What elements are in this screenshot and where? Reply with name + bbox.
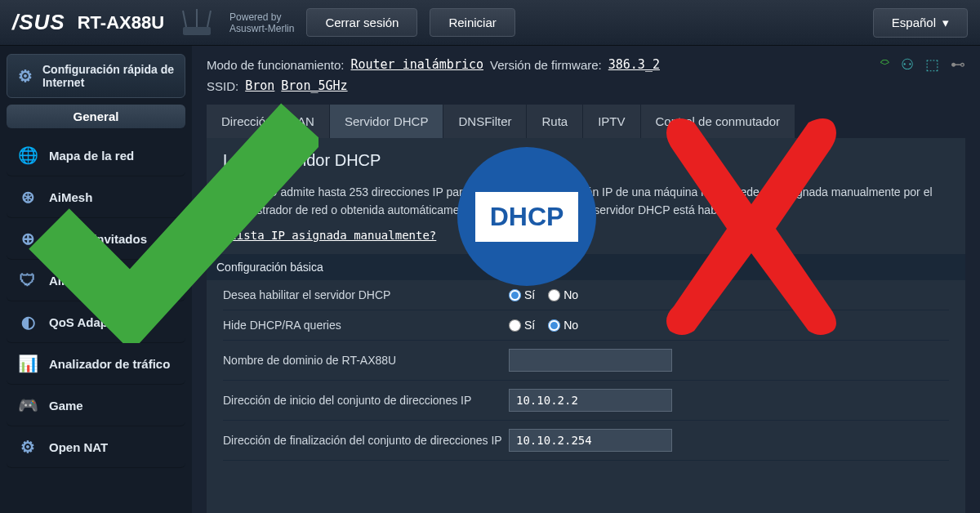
tab-route[interactable]: Ruta [527,105,583,138]
wifi-icon[interactable]: ⌔ [880,56,889,74]
ssid-label: SSID: [207,79,238,93]
domain-input[interactable] [509,349,672,372]
usb-icon[interactable]: ⊷ [951,56,965,74]
hide-no[interactable]: No [548,319,578,332]
sidebar-item-game[interactable]: 🎮Game [7,385,185,426]
lan-icon[interactable]: ⬚ [925,56,939,74]
topbar: /SUS RT-AX88U Powered byAsuswrt-Merlin C… [0,0,980,46]
fw-value[interactable]: 386.3_2 [608,57,660,72]
enable-no[interactable]: No [548,288,578,301]
reboot-button[interactable]: Reiniciar [430,8,514,37]
mode-value[interactable]: Router inalámbrico [350,57,483,72]
svg-rect-0 [183,27,211,35]
label-ip-start: Dirección de inicio del conjunto de dire… [223,394,509,407]
label-domain: Nombre de dominio de RT-AX88U [223,354,509,367]
sidebar-item-traffic[interactable]: 📊Analizador de tráfico [7,343,185,385]
checkmark-overlay-icon [24,98,318,346]
svg-line-3 [207,11,211,27]
ssid-24[interactable]: Bron [245,78,274,93]
row-ip-start: Dirección de inicio del conjunto de dire… [223,381,949,421]
svg-line-1 [183,11,186,27]
sidebar-item-opennat[interactable]: ⚙Open NAT [7,426,185,468]
dhcp-badge-icon: DHCP [457,147,596,286]
tab-dhcp[interactable]: Servidor DHCP [330,105,444,138]
ssid-bar: SSID: Bron Bron_5GHz [207,78,965,93]
ip-start-input[interactable] [509,389,672,412]
row-ip-end: Dirección de finalización del conjunto d… [223,421,949,461]
ip-end-input[interactable] [509,429,672,452]
x-overlay-icon [645,106,858,338]
tab-dnsfilter[interactable]: DNSFilter [443,105,527,138]
logout-button[interactable]: Cerrar sesión [306,8,417,37]
ssid-5[interactable]: Bron_5GHz [281,78,347,93]
users-icon[interactable]: ⚇ [901,56,914,74]
hide-yes[interactable]: Sí [509,319,535,332]
language-label: Español [892,16,936,29]
enable-yes[interactable]: Sí [509,288,535,301]
router-icon [176,7,217,39]
powered-by: Powered byAsuswrt-Merlin [229,11,294,34]
status-icons: ⌔ ⚇ ⬚ ⊷ [880,56,965,74]
model-name: RT-AX88U [78,12,164,33]
mode-label: Modo de funcionamiento: [207,58,344,72]
fw-label: Versión de firmware: [490,58,602,72]
row-domain: Nombre de dominio de RT-AX88U [223,341,949,381]
label-ip-end: Dirección de finalización del conjunto d… [223,434,509,447]
language-selector[interactable]: Español ▾ [873,8,968,38]
chart-icon: 📊 [16,352,39,375]
chevron-down-icon: ▾ [942,16,949,30]
quick-setup-button[interactable]: ⚙ Configuración rápida de Internet [7,54,185,98]
info-bar: Modo de funcionamiento: Router inalámbri… [207,56,965,74]
game-icon: 🎮 [16,394,39,417]
brand-logo: /SUS [12,10,65,35]
nat-icon: ⚙ [16,435,39,458]
tab-iptv[interactable]: IPTV [583,105,640,138]
quick-setup-label: Configuración rápida de Internet [42,63,175,89]
gear-icon: ⚙ [17,65,34,87]
